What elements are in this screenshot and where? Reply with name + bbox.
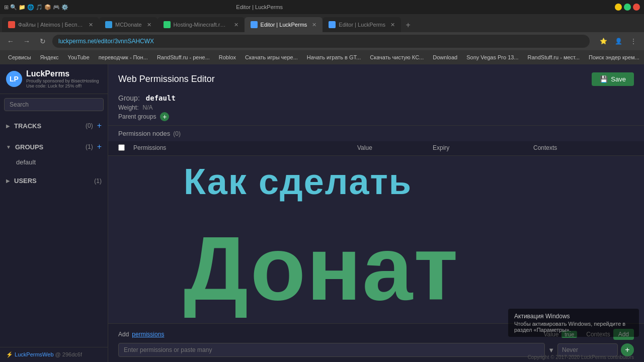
sidebar-item-default[interactable]: default xyxy=(0,155,108,169)
overlay-area: Как сделать Донат xyxy=(108,156,644,323)
tracks-count: (0) xyxy=(86,122,93,129)
maximize-button[interactable] xyxy=(624,4,631,11)
bookmarks-bar: Сервисы Яндекс YouTube переводчик - Пон.… xyxy=(0,50,644,64)
permissions-input[interactable] xyxy=(118,343,545,357)
system-icons: ⊞ 🔍 📁 🌐 🎵 📦 🎮 ⚙️ xyxy=(4,4,68,11)
bookmark-cs[interactable]: Скачать чистую КС... xyxy=(366,53,428,61)
window-title: Editor | LuckPerms xyxy=(236,4,283,10)
parent-groups-line: Parent groups + xyxy=(118,112,634,121)
group-label: Group: xyxy=(118,94,140,102)
forward-button[interactable]: → xyxy=(20,35,33,48)
tab-close-3[interactable]: ✕ xyxy=(234,22,238,28)
tab-label-3: Hosting-Minecraft.ru - Файлов... xyxy=(174,22,229,28)
tab-2[interactable]: MCDonate ✕ xyxy=(99,17,157,32)
dropdown-arrow-icon: ▼ xyxy=(548,346,554,354)
back-button[interactable]: ← xyxy=(4,35,17,48)
app: LP LuckPerms Proudly sponsored by Bisect… xyxy=(0,64,644,362)
tab-bar: Файлы | Ateimos | Бесплатный ... ✕ MCDon… xyxy=(0,14,644,32)
footer-id: 296dc6f xyxy=(62,351,82,357)
extensions-button[interactable]: ⭐ xyxy=(597,35,610,48)
close-button[interactable] xyxy=(633,4,640,11)
sidebar-footer: ⚡ LuckPermsWeb @ 296dc6f xyxy=(0,347,108,362)
tab-3[interactable]: Hosting-Minecraft.ru - Файлов... ✕ xyxy=(157,17,245,32)
bookmark-ender[interactable]: Поиск эндер крем... xyxy=(585,53,643,61)
add-label: Add xyxy=(118,331,129,338)
weight-label: Weight: xyxy=(118,104,138,111)
tracks-section: ▶ TRACKS (0) + xyxy=(0,115,108,136)
menu-button[interactable]: ⋮ xyxy=(627,35,640,48)
col-value-header: Value xyxy=(357,144,433,152)
sidebar-item-groups[interactable]: ▼ GROUPS (1) + xyxy=(0,138,108,155)
page-title: Web Permissions Editor xyxy=(118,74,215,84)
footer-at: @ xyxy=(55,351,62,357)
bookmark-randstuff2[interactable]: RandStuff.ru - мест... xyxy=(524,53,584,61)
main-header: Web Permissions Editor 💾 Save xyxy=(108,64,644,90)
search-box[interactable]: Search xyxy=(4,98,104,111)
col-permissions-header: Permissions xyxy=(133,144,357,152)
windows-activation-overlay: Активация Windows Чтобы активировать Win… xyxy=(508,309,639,337)
bookmark-randstuff1[interactable]: RandStuff.ru - рене... xyxy=(153,53,214,61)
groups-add-icon[interactable]: + xyxy=(97,142,102,151)
col-checkbox xyxy=(118,144,133,152)
refresh-button[interactable]: ↻ xyxy=(36,35,49,48)
activation-text: Чтобы активировать Windows, перейдите в … xyxy=(514,321,633,333)
groups-chevron-icon: ▼ xyxy=(6,144,11,150)
save-button[interactable]: 💾 Save xyxy=(592,72,634,86)
title-bar: ⊞ 🔍 📁 🌐 🎵 📦 🎮 ⚙️ Editor | LuckPerms xyxy=(0,0,644,14)
tracks-add-icon[interactable]: + xyxy=(97,121,102,130)
sidebar: LP LuckPerms Proudly sponsored by Bisect… xyxy=(0,64,108,362)
sponsor-code: Use code: Luck for 25% off! xyxy=(26,83,99,88)
users-section: ▶ USERS (1) xyxy=(0,171,108,191)
address-text: luckperms.net/editor/3vnnSAHCWX xyxy=(58,38,154,45)
tab-label-1: Файлы | Ateimos | Бесплатный ... xyxy=(18,22,84,28)
bookmark-gt[interactable]: Начать играть в GT... xyxy=(303,53,365,61)
groups-section: ▼ GROUPS (1) + default xyxy=(0,136,108,171)
group-info: Group: default Weight: N/A Parent groups… xyxy=(108,90,644,125)
sidebar-item-users[interactable]: ▶ USERS (1) xyxy=(0,173,108,189)
window-controls xyxy=(615,4,640,11)
select-all-checkbox[interactable] xyxy=(118,144,125,151)
save-label: Save xyxy=(611,75,626,83)
bookmark-roblox[interactable]: Roblox xyxy=(215,53,240,61)
col-expiry-header: Expiry xyxy=(433,144,533,152)
tab-5[interactable]: Editor | LuckPerms ✕ xyxy=(323,17,401,32)
group-name: default xyxy=(146,94,176,102)
profile-button[interactable]: 👤 xyxy=(612,35,625,48)
bookmark-yandex[interactable]: Яндекс xyxy=(36,53,63,61)
bookmark-translator[interactable]: переводчик - Пон... xyxy=(95,53,152,61)
tab-4[interactable]: Editor | LuckPerms ✕ xyxy=(245,17,323,32)
tab-close-2[interactable]: ✕ xyxy=(147,22,151,28)
add-permissions-link[interactable]: permissions xyxy=(132,331,164,338)
tab-close-4[interactable]: ✕ xyxy=(312,22,316,28)
logo-text: LuckPerms xyxy=(26,69,99,78)
groups-label: GROUPS xyxy=(15,143,82,151)
tab-1[interactable]: Файлы | Ateimos | Бесплатный ... ✕ xyxy=(2,17,99,32)
sidebar-logo-area: LP LuckPerms Proudly sponsored by Bisect… xyxy=(0,64,108,94)
activation-title: Активация Windows xyxy=(514,313,633,320)
tab-label-2: MCDonate xyxy=(115,22,142,28)
main-content: Web Permissions Editor 💾 Save Group: def… xyxy=(108,64,644,362)
add-parent-button[interactable]: + xyxy=(160,112,169,121)
bookmark-services[interactable]: Сервисы xyxy=(4,53,35,61)
nav-bar: ← → ↻ luckperms.net/editor/3vnnSAHCWX ⭐ … xyxy=(0,32,644,50)
bookmark-download-games[interactable]: Скачать игры чере... xyxy=(241,53,302,61)
logo-text-area: LuckPerms Proudly sponsored by BisectHos… xyxy=(26,69,99,88)
minimize-button[interactable] xyxy=(615,4,622,11)
tab-close-1[interactable]: ✕ xyxy=(89,22,93,28)
new-tab-button[interactable]: + xyxy=(401,18,415,32)
tab-close-5[interactable]: ✕ xyxy=(390,22,395,28)
users-label: USERS xyxy=(14,177,90,185)
sidebar-item-tracks[interactable]: ▶ TRACKS (0) + xyxy=(0,117,108,134)
perm-count: (0) xyxy=(173,130,181,137)
bookmark-youtube[interactable]: YouTube xyxy=(64,53,94,61)
bookmark-sony[interactable]: Sony Vegas Pro 13... xyxy=(462,53,522,61)
perm-table-header: Permissions Value Expiry Contexts xyxy=(108,141,644,156)
weight-line: Weight: N/A xyxy=(118,104,634,111)
address-bar[interactable]: luckperms.net/editor/3vnnSAHCWX xyxy=(52,35,590,48)
save-icon: 💾 xyxy=(600,75,608,83)
tracks-label: TRACKS xyxy=(14,122,82,130)
footer-icon: ⚡ xyxy=(6,351,15,357)
bookmark-download[interactable]: Download xyxy=(429,53,461,61)
tracks-chevron-icon: ▶ xyxy=(6,123,10,129)
parent-groups-label: Parent groups xyxy=(118,113,156,120)
